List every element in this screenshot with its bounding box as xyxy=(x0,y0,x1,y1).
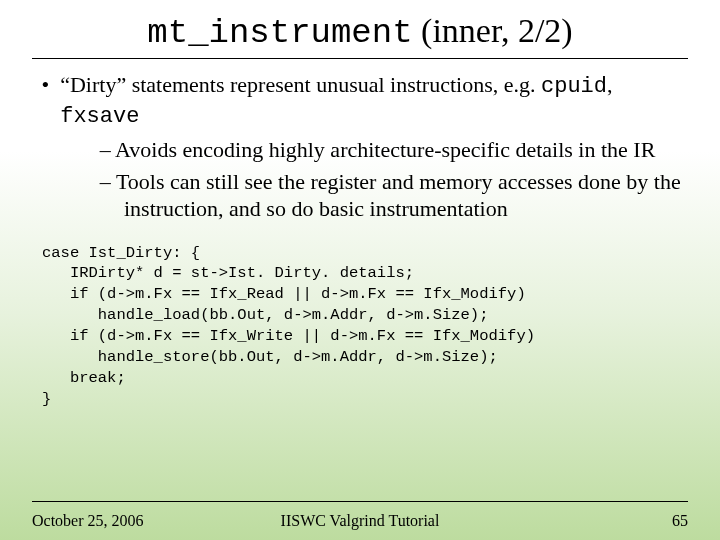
title-rest: (inner, 2/2) xyxy=(413,12,573,49)
title-code: mt_instrument xyxy=(147,14,412,52)
footer: October 25, 2006 IISWC Valgrind Tutorial… xyxy=(32,512,688,530)
code-block: case Ist_Dirty: { IRDirty* d = st->Ist. … xyxy=(0,229,720,410)
bullet-1-text-b: , xyxy=(607,72,613,97)
footer-rule xyxy=(32,501,688,502)
sub-bullet-2-text: Tools can still see the register and mem… xyxy=(116,169,681,222)
bullet-1-text-a: “Dirty” statements represent unusual ins… xyxy=(60,72,541,97)
slide: mt_instrument (inner, 2/2) “Dirty” state… xyxy=(0,0,720,540)
slide-title: mt_instrument (inner, 2/2) xyxy=(0,0,720,56)
sub-bullet-1-text: Avoids encoding highly architecture-spec… xyxy=(115,137,655,162)
footer-center: IISWC Valgrind Tutorial xyxy=(32,512,688,530)
bullet-1: “Dirty” statements represent unusual ins… xyxy=(60,71,684,223)
sub-bullets: – Avoids encoding highly architecture-sp… xyxy=(60,130,684,223)
bullet-list: “Dirty” statements represent unusual ins… xyxy=(36,71,684,223)
bullet-1-code-2: fxsave xyxy=(60,104,139,129)
bullet-1-code-1: cpuid xyxy=(541,74,607,99)
sub-bullet-2: – Tools can still see the register and m… xyxy=(100,168,684,223)
content-area: “Dirty” statements represent unusual ins… xyxy=(0,59,720,223)
sub-bullet-1: – Avoids encoding highly architecture-sp… xyxy=(100,136,684,164)
